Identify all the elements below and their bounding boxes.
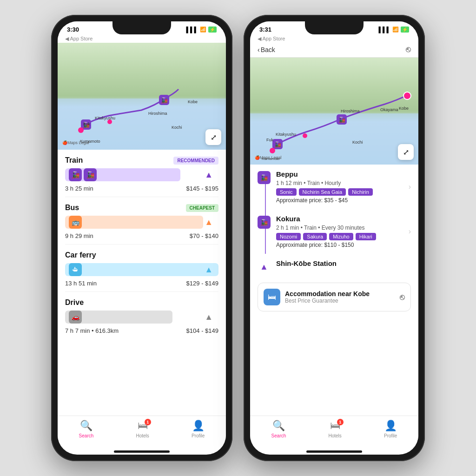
app-store-back-left[interactable]: ◀ App Store	[65, 36, 93, 41]
signal-icon: ▌▌▌	[186, 26, 198, 33]
app-store-bar-right: ◀ App Store	[250, 35, 418, 43]
bus-price: $70 - $140	[190, 232, 218, 239]
status-icons-right: ▌▌▌ 📶 ⚡	[378, 26, 409, 33]
transport-drive-header: Drive	[65, 298, 218, 307]
search-tab-label-left: Search	[79, 433, 94, 438]
stop-name-kokura: Kokura	[276, 215, 407, 223]
tag-sakura: Sakura	[303, 233, 327, 240]
transport-bus-title: Bus	[65, 204, 79, 212]
ferry-icons: ⛴	[65, 263, 82, 276]
bus-triangle: ▲	[205, 218, 213, 227]
status-time-right: 3:31	[259, 26, 271, 33]
screenshot-container: 3:30 ▌▌▌ 📶 ⚡ ◀ App Store	[0, 0, 476, 476]
stop-detail-kokura: 2 h 1 min • Train • Every 30 minutes	[276, 225, 407, 231]
transport-drive-title: Drive	[65, 298, 84, 307]
ferry-icon: ⛴	[69, 263, 82, 276]
tab-profile-right[interactable]: 👤 Profile	[384, 420, 397, 438]
transport-ferry-header: Car ferry	[65, 251, 218, 259]
stop-kokura[interactable]: 🚂 Kokura 2 h 1 min • Train • Every 30 mi…	[250, 209, 418, 254]
tab-search-right[interactable]: 🔍 Search	[271, 420, 286, 438]
chevron-beppu: ›	[409, 183, 411, 191]
profile-tab-label-right: Profile	[384, 433, 397, 438]
svg-point-18	[270, 148, 275, 153]
stop-tags-kokura: Nozomi Sakura Mizuho Hikari	[276, 233, 407, 240]
transport-ferry: Car ferry ⛴ ▲ 13 h 51 min $129 - $149	[65, 245, 218, 292]
svg-text:Kobe: Kobe	[399, 106, 409, 111]
phone-inner-right: 3:31 ▌▌▌ 📶 ⚡ ◀ App Store ‹ Back ⎋	[250, 21, 418, 455]
map-background-right: 🚂 🚂 Okayama Hiroshima Kobe Kitakyushu Fu…	[250, 58, 418, 165]
badge-recommended: RECOMMENDED	[173, 157, 218, 165]
hotels-badge-left: 1	[145, 419, 151, 425]
stop-name-shinkobe: Shin-Kōbe Station	[276, 259, 411, 267]
left-phone: 3:30 ▌▌▌ 📶 ⚡ ◀ App Store	[51, 15, 232, 461]
svg-text:Fuk: Fuk	[83, 122, 91, 126]
ferry-bar: ⛴ ▲	[65, 263, 218, 276]
map-expand-btn-left[interactable]: ⤢	[205, 129, 221, 145]
tab-search-left[interactable]: 🔍 Search	[79, 420, 94, 438]
map-route-svg-right: 🚂 🚂 Okayama Hiroshima Kobe Kitakyushu Fu…	[250, 58, 418, 165]
back-button[interactable]: ‹ Back	[258, 46, 275, 53]
drive-icon: 🚗	[69, 311, 82, 324]
stop-info-shinkobe: Shin-Kōbe Station	[276, 259, 411, 273]
app-store-back-right[interactable]: ◀ App Store	[258, 36, 285, 41]
bus-bar: 🚌 ▲	[65, 216, 218, 229]
ferry-price: $129 - $149	[186, 280, 218, 287]
notch	[112, 21, 171, 34]
transport-drive: Drive 🚗 ▲ 7 h 7 min • 616.3km $104 - $14…	[65, 292, 218, 339]
tab-profile-left[interactable]: 👤 Profile	[192, 420, 205, 438]
train-time-price: 3 h 25 min $145 - $195	[65, 185, 218, 192]
tag-nichirin-sea-gaia: Nichirin Sea Gaia	[299, 188, 346, 196]
svg-text:Kobe: Kobe	[188, 99, 198, 104]
stop-beppu[interactable]: 🚂 Beppu 1 h 12 min • Train • Hourly Soni…	[250, 165, 418, 209]
stop-price-kokura: Approximate price: $110 - $150	[276, 242, 407, 248]
transport-train: Train RECOMMENDED 🚂 🚂 ▲ 3 h 25 min $145	[65, 150, 218, 197]
ferry-duration: 13 h 51 min	[65, 280, 97, 287]
transport-bus: Bus CHEAPEST 🚌 ▲ 9 h 29 min $70 - $140	[65, 197, 218, 245]
battery-icon: ⚡	[208, 26, 217, 33]
chevron-kokura: ›	[409, 227, 411, 236]
transport-ferry-title: Car ferry	[65, 251, 96, 259]
svg-text:Kitakyushu: Kitakyushu	[95, 116, 115, 120]
wifi-icon: 📶	[200, 26, 206, 33]
drive-duration: 7 h 7 min • 616.3km	[65, 327, 119, 334]
train-icon-2: 🚂	[84, 168, 97, 181]
tag-mizuho: Mizuho	[329, 233, 353, 240]
train-triangle: ▲	[205, 170, 213, 180]
tab-hotels-right[interactable]: 🛏 1 Hotels	[328, 420, 341, 438]
app-store-bar-left: ◀ App Store	[58, 35, 226, 43]
drive-bar: 🚗 ▲	[65, 311, 218, 324]
train-icons: 🚂 🚂	[65, 168, 97, 181]
train-icon-1: 🚂	[69, 168, 82, 181]
map-expand-btn-right[interactable]: ⤢	[398, 144, 414, 160]
drive-time-price: 7 h 7 min • 616.3km $104 - $149	[65, 327, 218, 334]
stop-icon-kokura: 🚂	[258, 216, 271, 229]
map-right: 🚂 🚂 Okayama Hiroshima Kobe Kitakyushu Fu…	[250, 58, 418, 165]
notch-right	[305, 21, 364, 34]
accommodation-title: Accommodation near Kobe	[285, 290, 395, 298]
bus-time-price: 9 h 29 min $70 - $140	[65, 232, 218, 239]
accommodation-icon: 🛏	[264, 289, 280, 305]
search-tab-label-right: Search	[271, 433, 286, 438]
tab-hotels-left[interactable]: 🛏 1 Hotels	[136, 420, 149, 438]
svg-text:🚂: 🚂	[274, 141, 281, 148]
accommodation-section[interactable]: 🛏 Accommodation near Kobe Best Price Gua…	[258, 283, 411, 311]
svg-point-5	[78, 127, 84, 133]
svg-text:Kitakyushu: Kitakyushu	[276, 132, 296, 137]
detail-content-right: 🚂 Beppu 1 h 12 min • Train • Hourly Soni…	[250, 165, 418, 416]
tag-hikari: Hikari	[356, 233, 376, 240]
transport-train-header: Train RECOMMENDED	[65, 156, 218, 165]
home-indicator-right	[306, 450, 362, 453]
transport-train-title: Train	[65, 156, 83, 165]
transport-bus-header: Bus CHEAPEST	[65, 204, 218, 212]
svg-text:🚂: 🚂	[338, 116, 345, 123]
svg-text:Kochi: Kochi	[172, 125, 182, 130]
stop-name-beppu: Beppu	[276, 170, 407, 178]
accommodation-link-icon[interactable]: ⎋	[400, 292, 405, 302]
chevron-left-icon: ‹	[258, 46, 260, 53]
share-button[interactable]: ⎋	[406, 45, 411, 54]
bus-bar-fill	[65, 216, 203, 229]
svg-text:Kochi: Kochi	[352, 140, 363, 145]
drive-price: $104 - $149	[186, 327, 218, 334]
drive-triangle: ▲	[205, 312, 213, 322]
svg-text:Okayama: Okayama	[380, 107, 398, 112]
